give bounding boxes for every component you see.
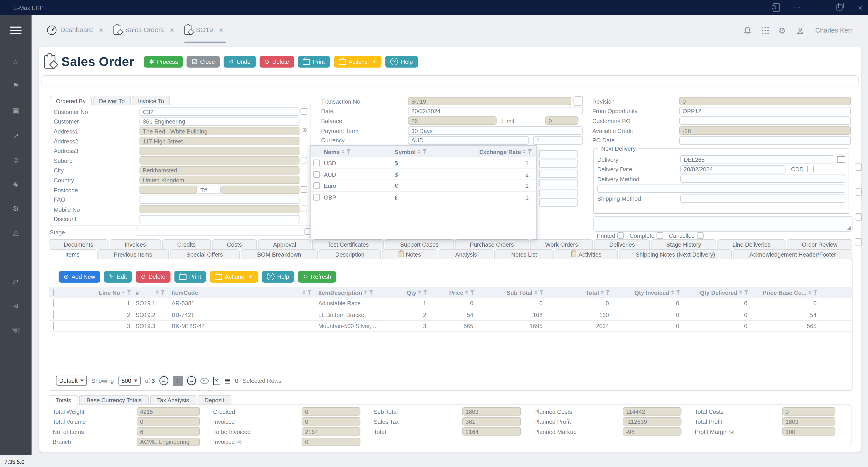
suburb-checkbox[interactable] — [301, 157, 307, 163]
support-icon[interactable]: ☏ — [0, 327, 32, 334]
nav-tab-sales-orders[interactable]: Sales Orders X — [114, 22, 174, 38]
col-price-base[interactable]: Price Base Cu... — [751, 289, 820, 295]
notifications-bell-icon[interactable] — [743, 26, 752, 35]
col-price[interactable]: Price — [430, 289, 476, 295]
close-tab-icon[interactable]: X — [170, 27, 174, 33]
tab-documents[interactable]: Documents — [49, 239, 108, 249]
order-banner[interactable] — [41, 75, 859, 86]
search-page-icon[interactable] — [772, 3, 780, 12]
currency-row-usd[interactable]: USD$1 — [311, 157, 536, 169]
stage-field[interactable] — [135, 228, 303, 236]
exchange-rate-field[interactable]: 1 — [533, 136, 583, 145]
print-delivery-icon[interactable] — [837, 156, 845, 163]
analytics-icon[interactable]: ↗ — [0, 132, 32, 139]
tab-test-certificates[interactable]: Test Certificates — [312, 239, 384, 249]
filter-icon[interactable] — [127, 290, 131, 295]
postcode-checkbox[interactable] — [301, 186, 307, 193]
user-name[interactable]: Charles Kerr — [815, 27, 852, 34]
cdd-checkbox[interactable] — [807, 166, 813, 172]
col-qty-delivered[interactable]: Qty Delivered — [683, 289, 751, 295]
col-sub-total[interactable]: Sub Total — [477, 289, 546, 295]
restore-icon[interactable] — [835, 3, 844, 12]
currency-field[interactable]: AUD — [408, 136, 529, 145]
view-select[interactable]: Default — [56, 376, 87, 385]
delivery-notes-textarea[interactable] — [593, 216, 852, 232]
filter-icon[interactable] — [606, 290, 610, 295]
customers-icon[interactable]: ☺ — [0, 156, 32, 164]
customer-field[interactable]: 361 Engineering — [140, 117, 300, 126]
help-button[interactable]: ?Help — [385, 56, 418, 67]
print-button[interactable]: Print — [298, 56, 330, 67]
tab-support-cases[interactable]: Support Cases — [385, 239, 454, 249]
print-items-button[interactable]: Print — [174, 271, 206, 282]
minimize-icon[interactable]: – — [814, 3, 823, 12]
items-help-button[interactable]: ?Help — [262, 271, 294, 282]
tab-activities[interactable]: Activities — [555, 249, 618, 259]
filter-icon[interactable] — [528, 149, 532, 154]
items-actions-button[interactable]: Actions▼ — [210, 271, 258, 282]
filter-icon[interactable] — [539, 290, 544, 295]
tab-purchase-orders[interactable]: Purchase Orders — [455, 239, 529, 249]
filter-icon[interactable] — [676, 290, 680, 295]
filter-icon[interactable] — [744, 290, 748, 295]
postcode-prefix-field[interactable]: T# — [197, 186, 221, 194]
tab-base-currency-totals[interactable]: Base Currency Totals — [79, 395, 149, 405]
tab-order-review[interactable]: Order Review — [787, 239, 852, 249]
process-button[interactable]: ✱Process — [144, 56, 183, 67]
tab-tax-analysis[interactable]: Tax Analysis — [150, 395, 196, 405]
delivery-date-field[interactable]: 20/02/2024 — [680, 165, 785, 174]
delivery-method-field[interactable] — [680, 175, 845, 183]
network-icon[interactable]: ⇄ — [0, 278, 32, 285]
tab-deliver-to[interactable]: Deliver To — [93, 96, 131, 106]
alerts-icon[interactable]: ⚠ — [0, 229, 32, 237]
select-all-checkbox[interactable] — [53, 289, 54, 296]
tab-costs[interactable]: Costs — [212, 239, 257, 249]
po-date-field[interactable] — [679, 136, 851, 145]
close-tab-icon[interactable]: X — [219, 27, 223, 33]
col-item-description[interactable]: ItemDescription — [316, 289, 399, 295]
current-page[interactable]: 1 — [173, 375, 182, 386]
tab-invoices[interactable]: Invoices — [110, 239, 161, 249]
tab-credits[interactable]: Credits — [162, 239, 211, 249]
tab-invoice-to[interactable]: Invoice To — [132, 96, 170, 106]
col-item-code[interactable]: ItemCode — [169, 289, 316, 295]
currency-row-gbp[interactable]: GBP£1 — [311, 192, 536, 203]
delete-item-button[interactable]: ⊖Delete — [135, 271, 170, 282]
tab-notes[interactable]: Notes — [382, 249, 438, 259]
cancelled-checkbox[interactable] — [697, 232, 704, 239]
table-row[interactable]: 2SO19.2BB-7421LL Bottom Bracket 25410813… — [49, 309, 852, 321]
settings-globe-icon[interactable]: ⚙ — [0, 205, 32, 212]
row-checkbox[interactable] — [313, 159, 320, 166]
announcements-icon[interactable]: ⊲ — [0, 302, 32, 310]
filter-icon[interactable] — [307, 290, 312, 295]
tab-stage-history[interactable]: Stage History — [651, 239, 716, 249]
shipping-method-field[interactable] — [680, 194, 845, 203]
date-field[interactable]: 20/02/2024 — [408, 107, 583, 115]
page-size-select[interactable]: 500 — [118, 376, 141, 385]
customers-po-field[interactable] — [679, 117, 851, 125]
tab-shipping-notes[interactable]: Shipping Notes (Next Delivery) — [619, 249, 732, 259]
actions-button[interactable]: Actions▼ — [334, 56, 381, 67]
filter-icon[interactable] — [346, 149, 351, 154]
tab-approval[interactable]: Approval — [258, 239, 311, 249]
export-excel-icon[interactable]: X — [213, 377, 220, 385]
tab-special-offers[interactable]: Special Offers — [170, 249, 240, 259]
menu-icon[interactable] — [10, 27, 22, 34]
visibility-icon[interactable] — [200, 378, 209, 384]
side-toggle[interactable] — [855, 238, 862, 245]
add-address-icon[interactable]: ⊕ — [302, 127, 307, 133]
close-button[interactable]: ☑Close — [187, 56, 220, 67]
col-qty[interactable]: Qty — [399, 289, 430, 295]
tab-ordered-by[interactable]: Ordered By — [50, 96, 92, 106]
side-toggle[interactable] — [855, 163, 862, 171]
complete-checkbox[interactable] — [657, 232, 663, 239]
close-icon[interactable]: × — [856, 3, 865, 12]
filter-icon[interactable] — [369, 290, 373, 295]
from-opportunity-field[interactable]: OPP12 — [679, 107, 851, 115]
row-checkbox[interactable] — [313, 182, 320, 189]
close-tab-icon[interactable]: X — [99, 27, 103, 33]
nav-tab-so19[interactable]: SO19 X — [184, 22, 223, 38]
open-transaction-icon[interactable]: ⇨ — [574, 97, 583, 106]
filter-icon[interactable] — [422, 149, 427, 154]
products-icon[interactable]: ◈ — [0, 180, 32, 188]
